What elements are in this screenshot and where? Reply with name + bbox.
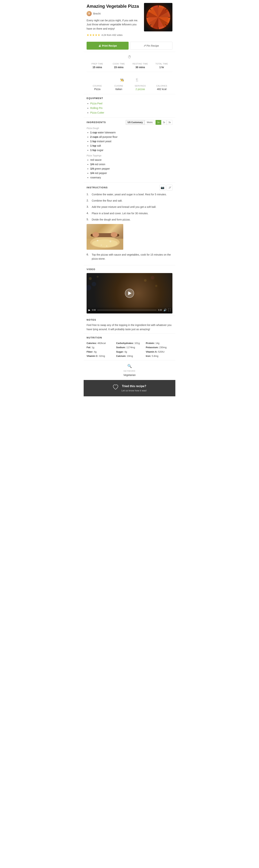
nutrition-protein: Protein: 14g [146, 341, 173, 345]
header-flex: Amazing Vegetable Pizza B Brecht Every n… [84, 0, 175, 39]
recipe-hero-image [144, 3, 173, 31]
header-left: Amazing Vegetable Pizza B Brecht Every n… [86, 3, 144, 39]
instruction-controls: 📷 𝒮 [159, 185, 173, 190]
clock-icon: ⏱ [128, 54, 131, 60]
list-item: Pizza Cutter [90, 111, 173, 115]
svg-point-20 [151, 276, 154, 279]
notes-section: NOTES Feel free to swap any of the toppi… [84, 316, 175, 334]
list-item: 1/4 red pepper [90, 171, 173, 175]
notes-text: Feel free to swap any of the topping in … [86, 323, 173, 331]
ingredients-section: INGREDIENTS US Customary Metric 1x 2x 3x… [84, 118, 175, 182]
list-item: 2 cups all-purpose flour [90, 135, 173, 139]
avatar: B [86, 11, 92, 16]
chef-hat-icon: 👨‍🍳 [120, 78, 124, 83]
nutrition-vitamin-a: Vitamin A: 520IU [146, 350, 173, 354]
prep-time: PREP TIME 15 mins [86, 62, 108, 70]
svg-point-18 [92, 282, 96, 286]
instructions-section: INSTRUCTIONS 📷 𝒮 1. Combine the water, y… [84, 182, 175, 265]
instruction-step-5: 5. Divide the dough and form pizzas. [86, 218, 173, 222]
course-section: 👨‍🍳 🍴 COURSE Pizza CUISINE Italian SERVI… [84, 76, 175, 94]
calories-item: CALORIES 482 kcal [151, 84, 173, 92]
list-item: 1 tsp salt [90, 144, 173, 148]
video-controls: ▶ 0:00 0:20 🔊 ⛶ [86, 307, 173, 313]
nutrition-title: NUTRITION [86, 336, 173, 340]
dough-image [86, 224, 123, 250]
cta-subtitle: Let us know how it was! [121, 389, 147, 393]
svg-point-9 [92, 232, 99, 237]
svg-point-22 [86, 285, 91, 290]
rating-text: 4.24 from 432 votes [102, 33, 122, 37]
us-customary-button[interactable]: US Customary [126, 120, 145, 125]
rolling-pin-link[interactable]: Rolling Pin [90, 106, 103, 110]
svg-point-12 [97, 240, 98, 241]
keyword-value: Vegetarian [86, 373, 173, 377]
2x-button[interactable]: 2x [161, 120, 167, 125]
fullscreen-button[interactable]: ⛶ [168, 308, 171, 312]
course-grid: COURSE Pizza CUISINE Italian SERVINGS 2 … [86, 84, 173, 92]
nutrition-iron: Iron: 5.8mg [146, 354, 173, 358]
total-time: TOTAL TIME 1 hr [151, 62, 173, 70]
nutrition-sugar: Sugar: 4g [116, 350, 143, 354]
author-row: B Brecht [86, 11, 142, 16]
pizza-peel-link[interactable]: Pizza Peel [90, 102, 102, 105]
keyword-label: KEYWORD [86, 370, 173, 373]
play-pause-button[interactable]: ▶ [88, 308, 90, 312]
svg-point-13 [101, 245, 102, 246]
list-item: red sauce [90, 158, 173, 162]
list-item: Pizza Peel [90, 102, 173, 105]
metric-button[interactable]: Metric [145, 120, 155, 125]
list-item: rosemary [90, 176, 173, 180]
time-grid: PREP TIME 15 mins COOK TIME 15 mins REST… [86, 62, 173, 70]
nutrition-fiber: Fiber: 4g [86, 350, 113, 354]
heart-svg [112, 384, 119, 390]
pizza-cutter-link[interactable]: Pizza Cutter [90, 111, 104, 114]
time-section: ⏱ PREP TIME 15 mins COOK TIME 15 mins RE… [84, 52, 175, 76]
nutrition-potassium: Potassium: 230mg [146, 346, 173, 349]
svg-point-21 [155, 285, 157, 287]
cta-text: Tried this recipe? Let us know how it wa… [121, 384, 147, 393]
footer-cta: Tried this recipe? Let us know how it wa… [84, 380, 175, 396]
heart-icon [112, 384, 119, 393]
1x-button[interactable]: 1x [155, 120, 161, 125]
dough-ingredients-list: 1 cup water lukewarm 2 cups all-purpose … [86, 131, 173, 152]
3x-button[interactable]: 3x [167, 120, 173, 125]
cook-time: COOK TIME 15 mins [108, 62, 130, 70]
print-button[interactable]: 🖨 Print Recipe [86, 42, 128, 50]
nutrition-sodium: Sodium: 1174mg [116, 346, 143, 349]
recipe-description: Every night can be pizza night, if you a… [86, 19, 142, 31]
cuisine-item: CUISINE Italian [108, 84, 130, 92]
nutrition-calcium: Calcium: 19mg [116, 354, 143, 358]
progress-bar[interactable] [97, 310, 156, 310]
nutrition-section: NUTRITION Calories: 482kcal Carbohydrate… [84, 334, 175, 360]
toppings-ingredients-list: red sauce 1/4 red onion 1/4 green pepper… [86, 158, 173, 180]
strikethrough-icon: 𝒮 [169, 186, 171, 189]
svg-point-16 [89, 277, 92, 280]
keyword-section: 🔍 KEYWORD Vegetarian [84, 360, 175, 380]
pinterest-icon: 𝒫 [144, 44, 145, 47]
camera-button[interactable]: 📷 [159, 185, 165, 190]
pizza-inner [148, 7, 169, 27]
toppings-category: Pizza Toppings [86, 154, 173, 157]
pizza-image [144, 3, 173, 31]
mute-button[interactable]: 🔊 [163, 308, 166, 312]
list-item: 1/4 red onion [90, 162, 173, 166]
star-rating[interactable]: ★★★★★ [86, 33, 100, 37]
list-item: 1/4 green pepper [90, 167, 173, 171]
svg-point-19 [144, 279, 147, 282]
rating-row: ★★★★★ 4.24 from 432 votes [86, 33, 142, 37]
nutrition-vitamin-c: Vitamin C: 32mg [86, 354, 113, 358]
printer-icon: 🖨 [98, 44, 101, 47]
search-icon: 🔍 [86, 363, 173, 369]
video-section: VIDEO ▶ 0:00 0:20 🔊 ⛶ [84, 265, 175, 316]
nutrition-fat: Fat: 1g [86, 346, 113, 349]
instruction-image-container [86, 224, 173, 250]
list-item: 1 cup water lukewarm [90, 131, 173, 134]
pin-button[interactable]: 𝒫 Pin Recipe [130, 42, 173, 50]
hands-dough-svg [86, 224, 123, 250]
nutrition-grid: Calories: 482kcal Carbohydrates: 101g Pr… [86, 341, 173, 358]
video-container[interactable]: ▶ 0:00 0:20 🔊 ⛶ [86, 273, 173, 313]
cta-title: Tried this recipe? [121, 384, 147, 389]
strikethrough-button[interactable]: 𝒮 [166, 185, 173, 190]
svg-point-15 [106, 246, 107, 247]
pizza-visual [146, 5, 170, 29]
